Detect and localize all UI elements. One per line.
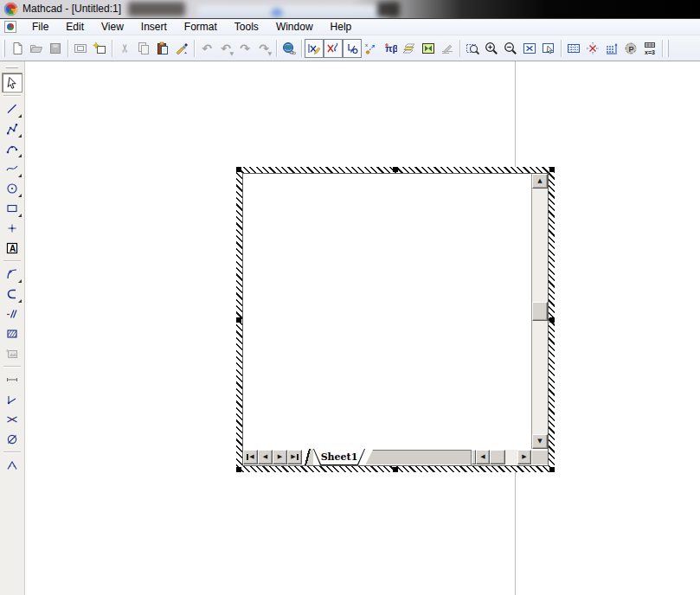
drawing-toolbar-separator: [3, 451, 21, 452]
hatch-fill-tool-button[interactable]: [2, 323, 22, 343]
dotted-table-icon: [567, 42, 581, 55]
select-pointer-button[interactable]: [2, 73, 22, 93]
embedded-sheet-area[interactable]: ▲ ▼ ◀ ◀ ▶ ▶: [242, 173, 549, 466]
fit-to-window-button[interactable]: [520, 39, 539, 58]
insert-picture-tool-button[interactable]: [2, 343, 22, 363]
open-button[interactable]: [27, 39, 46, 58]
right-triangle-icon: ▶: [278, 454, 282, 460]
copy-button[interactable]: [134, 39, 153, 58]
resize-handle-bottom-left[interactable]: [236, 467, 241, 472]
resize-handle-top-left[interactable]: [236, 167, 241, 172]
currency-button[interactable]: P: [621, 39, 640, 58]
worksheet-canvas[interactable]: ▲ ▼ ◀ ◀ ▶ ▶: [25, 61, 700, 595]
spline-tool-button[interactable]: [2, 158, 22, 178]
greek-toolbar-button[interactable]: πβ: [381, 39, 400, 58]
trim-intersect-tool-button[interactable]: [2, 409, 22, 429]
text-tool-button[interactable]: A: [2, 238, 22, 258]
new-worksheet-button[interactable]: [8, 39, 27, 58]
insert-grid-button[interactable]: [602, 39, 621, 58]
resize-handle-top-middle[interactable]: [393, 167, 398, 172]
print-preview-button[interactable]: [71, 39, 90, 58]
window-title: Mathcad - [Untitled:1]: [22, 3, 121, 15]
evaluate-expression-button[interactable]: x=3: [640, 39, 659, 58]
menu-insert[interactable]: Insert: [132, 20, 176, 34]
resize-handle-bottom-middle[interactable]: [393, 467, 398, 472]
menu-help[interactable]: Help: [322, 20, 361, 34]
polyline-tool-button[interactable]: [2, 118, 22, 138]
vertical-scroll-thumb[interactable]: [532, 302, 548, 321]
sheet-tab[interactable]: Sheet1: [313, 449, 365, 465]
worksheet-icon[interactable]: [4, 21, 16, 33]
insert-component-button[interactable]: [419, 39, 438, 58]
no-fill-circle-tool-button[interactable]: [2, 429, 22, 449]
rectangle-tool-button[interactable]: [2, 198, 22, 218]
first-sheet-button[interactable]: ◀: [243, 450, 258, 464]
toolbar-separator: [194, 40, 195, 57]
flyout-arrow-icon: [18, 299, 22, 303]
menu-format[interactable]: Format: [176, 20, 226, 34]
redo-button[interactable]: ↷: [235, 39, 254, 58]
previous-sheet-button[interactable]: ◀: [258, 450, 273, 464]
resize-handle-bottom-right[interactable]: [549, 467, 555, 472]
arc-tool-button[interactable]: [2, 138, 22, 158]
scrollbar-corner: [531, 450, 548, 464]
tab-strip-background: [365, 450, 472, 465]
menu-window[interactable]: Window: [267, 20, 322, 34]
line-tool-button[interactable]: [2, 99, 22, 118]
trim-region-button[interactable]: [583, 39, 602, 58]
save-button[interactable]: [46, 39, 65, 58]
next-sheet-button[interactable]: ▶: [273, 450, 287, 464]
point-tool-button[interactable]: [2, 218, 22, 238]
zoom-in-button[interactable]: [482, 39, 501, 58]
insert-unit-button[interactable]: [324, 39, 343, 58]
resize-handle-middle-left[interactable]: [236, 317, 241, 323]
insert-object-button[interactable]: [90, 39, 109, 58]
evaluate-grid-icon: x=3: [643, 42, 657, 55]
circle-tool-button[interactable]: [2, 178, 22, 198]
variables-toolbar-button[interactable]: x: [362, 39, 381, 58]
last-sheet-button[interactable]: ▶: [287, 450, 302, 464]
menu-view[interactable]: View: [93, 20, 132, 34]
toolbar-gripper[interactable]: [3, 40, 5, 57]
menu-file[interactable]: File: [23, 20, 57, 34]
fillet-tool-button[interactable]: [2, 264, 22, 284]
scroll-up-button[interactable]: ▲: [532, 174, 548, 189]
boolean-toolbar-button[interactable]: [343, 39, 362, 58]
paste-button[interactable]: [153, 39, 172, 58]
scroll-right-button[interactable]: ▶: [517, 450, 531, 464]
parallel-lines-tool-button[interactable]: [2, 304, 22, 323]
insert-table-button[interactable]: [564, 39, 583, 58]
vertical-scrollbar[interactable]: ▲ ▼: [531, 174, 548, 449]
resize-handle-top-right[interactable]: [549, 167, 555, 172]
menu-edit[interactable]: Edit: [57, 20, 93, 34]
signature-button[interactable]: [438, 39, 457, 58]
coin-letter: P: [629, 44, 634, 53]
format-painter-button[interactable]: [172, 39, 191, 58]
sheet-tab-label: Sheet1: [321, 451, 358, 463]
toolbar-end-handle[interactable]: [666, 40, 669, 57]
scroll-down-button[interactable]: ▼: [532, 434, 548, 449]
insert-function-button[interactable]: [305, 39, 324, 58]
insert-hyperlink-button[interactable]: [279, 39, 299, 58]
scroll-left-button[interactable]: ◀: [476, 450, 490, 464]
arc-icon: [5, 142, 19, 156]
zoom-selection-button[interactable]: [463, 39, 482, 58]
undo-button[interactable]: ↶: [197, 39, 216, 58]
horizontal-scroll-thumb[interactable]: [490, 450, 505, 464]
select-view-button[interactable]: [539, 39, 558, 58]
undo-to-mark-button[interactable]: ↶ ▼: [216, 39, 235, 58]
resize-handle-middle-right[interactable]: [549, 317, 555, 323]
menu-tools[interactable]: Tools: [226, 20, 267, 34]
vertex-angle-tool-button[interactable]: [2, 455, 22, 475]
parallel-lines-icon: [5, 307, 19, 321]
horizontal-scroll-track[interactable]: [505, 450, 517, 464]
zoom-out-button[interactable]: [501, 39, 520, 58]
dimension-line-tool-button[interactable]: [2, 369, 22, 389]
embedded-ole-object[interactable]: ▲ ▼ ◀ ◀ ▶ ▶: [236, 167, 555, 472]
cut-button[interactable]: ✂: [115, 39, 134, 58]
redo-to-mark-button[interactable]: ↷ ▼: [254, 39, 273, 58]
worksheets-button[interactable]: [400, 39, 419, 58]
angle-tool-button[interactable]: [2, 389, 22, 409]
u-slot-tool-button[interactable]: [2, 284, 22, 304]
drawing-toolbar-gripper[interactable]: [6, 66, 18, 68]
